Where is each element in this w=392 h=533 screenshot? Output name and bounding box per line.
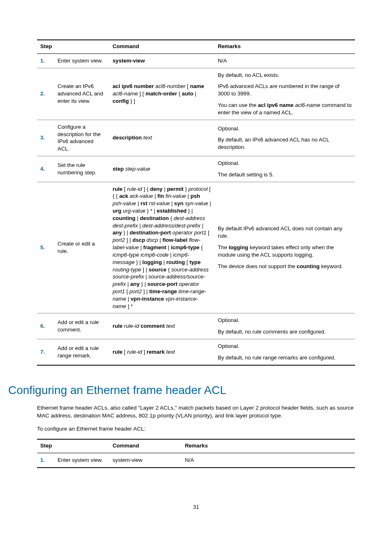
step-number: 6. bbox=[37, 313, 54, 339]
step-description: Set the rule numbering step. bbox=[54, 156, 109, 182]
table-header-row: Step Command Remarks bbox=[37, 439, 355, 453]
header-command: Command bbox=[109, 40, 214, 53]
header-step: Step bbox=[37, 439, 109, 453]
table-row: 7.Add or edit a rule range remark.rule [… bbox=[37, 339, 355, 365]
table-row: 2.Create an IPv6 advanced ACL and enter … bbox=[37, 68, 355, 120]
table2-body: 1.Enter system view.system-viewN/A bbox=[37, 453, 355, 468]
table1-body: 1.Enter system view.system-viewN/A2.Crea… bbox=[37, 53, 355, 365]
command-cell: rule [ rule-id ] { deny | permit } proto… bbox=[109, 182, 214, 313]
command-cell: rule rule-id comment text bbox=[109, 313, 214, 339]
section-paragraph: Ethernet frame header ACLs, also called … bbox=[37, 404, 355, 420]
table-row: 1.Enter system view.system-viewN/A bbox=[37, 53, 355, 68]
step-description: Add or edit a rule range remark. bbox=[54, 339, 109, 365]
command-cell: system-view bbox=[109, 53, 214, 68]
section-heading: Configuring an Ethernet frame header ACL bbox=[8, 384, 355, 397]
remarks-cell: By default IPv6 advanced ACL does not co… bbox=[214, 182, 355, 313]
step-number: 1. bbox=[37, 53, 54, 68]
ethernet-acl-table: Step Command Remarks 1.Enter system view… bbox=[37, 439, 355, 468]
remarks-cell: Optional.By default, no rule comments ar… bbox=[214, 313, 355, 339]
command-cell: system-view bbox=[109, 453, 182, 468]
table-header-row: Step Command Remarks bbox=[37, 40, 355, 53]
step-number: 2. bbox=[37, 68, 54, 120]
step-number: 3. bbox=[37, 120, 54, 156]
step-number: 4. bbox=[37, 156, 54, 182]
table-row: 1.Enter system view.system-viewN/A bbox=[37, 453, 355, 468]
remarks-cell: Optional.By default, no rule range remar… bbox=[214, 339, 355, 365]
step-number: 5. bbox=[37, 182, 54, 313]
command-cell: step step-value bbox=[109, 156, 214, 182]
remarks-cell: N/A bbox=[214, 53, 355, 68]
section-lead-in: To configure an Ethernet frame header AC… bbox=[37, 425, 355, 433]
step-description: Add or edit a rule comment. bbox=[54, 313, 109, 339]
document-page: Step Command Remarks 1.Enter system view… bbox=[0, 0, 392, 468]
table-row: 3.Configure a description for the IPv6 a… bbox=[37, 120, 355, 156]
step-description: Create an IPv6 advanced ACL and enter it… bbox=[54, 68, 109, 120]
command-cell: acl ipv6 number acl6-number [ name acl6-… bbox=[109, 68, 214, 120]
remarks-cell: Optional.By default, an IPv6 advanced AC… bbox=[214, 120, 355, 156]
step-number: 7. bbox=[37, 339, 54, 365]
step-description: Enter system view. bbox=[54, 453, 109, 468]
table-row: 6.Add or edit a rule comment.rule rule-i… bbox=[37, 313, 355, 339]
header-command: Command bbox=[109, 439, 182, 453]
step-description: Configure a description for the IPv6 adv… bbox=[54, 120, 109, 156]
remarks-cell: By default, no ACL exists.IPv6 advanced … bbox=[214, 68, 355, 120]
command-cell: rule [ rule-id ] remark text bbox=[109, 339, 214, 365]
header-remarks: Remarks bbox=[214, 40, 355, 53]
header-remarks: Remarks bbox=[182, 439, 355, 453]
table-row: 5.Create or edit a rule.rule [ rule-id ]… bbox=[37, 182, 355, 313]
remarks-cell: Optional.The default setting is 5. bbox=[214, 156, 355, 182]
command-cell: description text bbox=[109, 120, 214, 156]
step-number: 1. bbox=[37, 453, 54, 468]
remarks-cell: N/A bbox=[182, 453, 355, 468]
step-description: Create or edit a rule. bbox=[54, 182, 109, 313]
page-number: 31 bbox=[0, 504, 392, 510]
ipv6-advanced-acl-table: Step Command Remarks 1.Enter system view… bbox=[37, 39, 355, 366]
step-description: Enter system view. bbox=[54, 53, 109, 68]
header-step: Step bbox=[37, 40, 109, 53]
table-row: 4.Set the rule numbering step.step step-… bbox=[37, 156, 355, 182]
